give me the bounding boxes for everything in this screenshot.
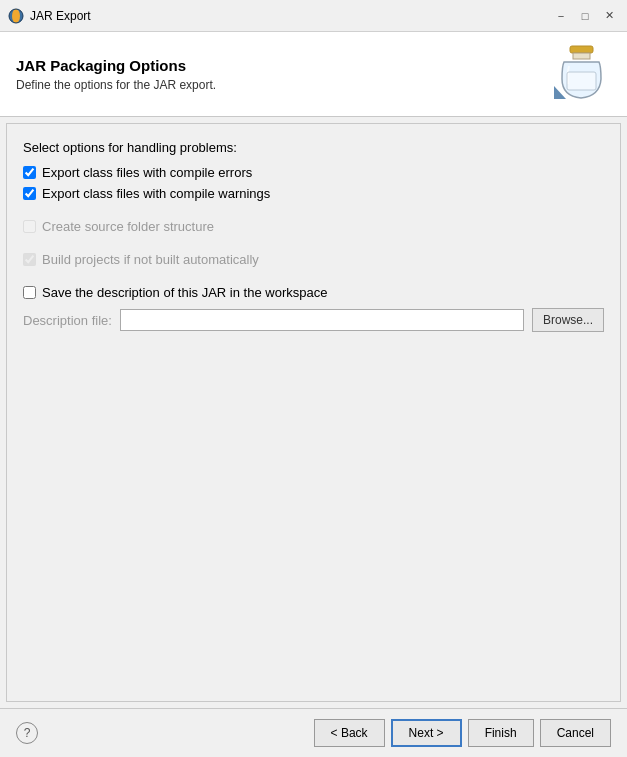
header-area: JAR Packaging Options Define the options…	[0, 32, 627, 117]
help-button[interactable]: ?	[16, 722, 38, 744]
title-bar-controls: − □ ✕	[551, 6, 619, 26]
checkbox-build-projects-row: Build projects if not built automaticall…	[23, 252, 604, 267]
minimize-button[interactable]: −	[551, 6, 571, 26]
header-text: JAR Packaging Options Define the options…	[16, 57, 216, 92]
section-label: Select options for handling problems:	[23, 140, 604, 155]
title-bar-text: JAR Export	[30, 9, 551, 23]
description-row: Description file: Browse...	[23, 308, 604, 332]
checkbox-source-folder-row: Create source folder structure	[23, 219, 604, 234]
checkbox-source-folder[interactable]	[23, 220, 36, 233]
checkbox-compile-errors-label: Export class files with compile errors	[42, 165, 252, 180]
svg-rect-3	[570, 46, 593, 53]
back-button[interactable]: < Back	[314, 719, 385, 747]
checkbox-save-description[interactable]	[23, 286, 36, 299]
page-subtitle: Define the options for the JAR export.	[16, 78, 216, 92]
main-content: Select options for handling problems: Ex…	[6, 123, 621, 702]
cancel-button[interactable]: Cancel	[540, 719, 611, 747]
checkbox-compile-warnings[interactable]	[23, 187, 36, 200]
maximize-button[interactable]: □	[575, 6, 595, 26]
next-button[interactable]: Next >	[391, 719, 462, 747]
checkbox-source-folder-label: Create source folder structure	[42, 219, 214, 234]
browse-button[interactable]: Browse...	[532, 308, 604, 332]
checkbox-compile-warnings-label: Export class files with compile warnings	[42, 186, 270, 201]
finish-button[interactable]: Finish	[468, 719, 534, 747]
checkbox-compile-errors[interactable]	[23, 166, 36, 179]
checkbox-compile-errors-row: Export class files with compile errors	[23, 165, 604, 180]
svg-rect-5	[567, 72, 596, 90]
checkbox-save-description-label: Save the description of this JAR in the …	[42, 285, 327, 300]
checkbox-build-projects-label: Build projects if not built automaticall…	[42, 252, 259, 267]
checkbox-build-projects[interactable]	[23, 253, 36, 266]
description-file-input[interactable]	[120, 309, 524, 331]
page-title: JAR Packaging Options	[16, 57, 216, 74]
title-bar: JAR Export − □ ✕	[0, 0, 627, 32]
checkbox-compile-warnings-row: Export class files with compile warnings	[23, 186, 604, 201]
header-icon	[551, 44, 611, 104]
svg-rect-4	[573, 53, 590, 59]
app-icon	[8, 8, 24, 24]
close-button[interactable]: ✕	[599, 6, 619, 26]
footer: ? < Back Next > Finish Cancel	[0, 708, 627, 757]
description-file-label: Description file:	[23, 313, 112, 328]
svg-point-1	[12, 9, 20, 23]
checkbox-save-description-row: Save the description of this JAR in the …	[23, 285, 604, 300]
